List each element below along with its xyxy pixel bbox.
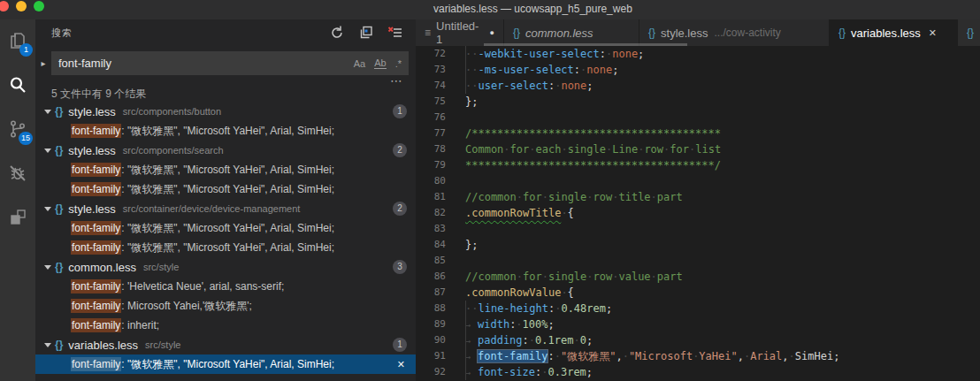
token-punct: ; [612, 64, 618, 76]
result-count-badge: 3 [393, 260, 407, 274]
regex-toggle[interactable]: .* [395, 58, 402, 69]
twistie-expanded-icon[interactable] [44, 343, 51, 347]
toggle-search-details-button[interactable]: ⋯ [390, 76, 403, 85]
twistie-expanded-icon[interactable] [44, 265, 51, 270]
result-file-path: src/style [145, 339, 180, 350]
token-com: for [523, 271, 542, 283]
token-tab: → [465, 349, 478, 365]
tab-label: Untitled-1 [436, 19, 483, 46]
collapse-all-icon[interactable] [358, 25, 374, 41]
result-count-badge: 2 [393, 202, 407, 216]
match-case-toggle[interactable]: Aa [354, 58, 365, 69]
search-result-match-row[interactable]: font-family: "微软雅黑", "Microsoft YaHei", … [35, 218, 416, 238]
braces-file-icon: {} [55, 261, 63, 273]
tab-common.less[interactable]: {}common.less [504, 19, 639, 46]
code-line: 79**************************************… [416, 157, 980, 173]
match-highlight: font-family [71, 163, 121, 177]
token-comws: · [542, 271, 548, 283]
tab-overflow[interactable]: {} [958, 19, 980, 46]
code-line: 84}; [416, 237, 980, 253]
whole-word-toggle[interactable]: Ab [374, 57, 386, 69]
search-input[interactable]: font-family Aa Ab .* [51, 51, 409, 75]
line-content: →font-family:·"微软雅黑",·"Microsoft·YaHei",… [465, 348, 839, 364]
dismiss-match-button[interactable]: ✕ [397, 359, 405, 370]
activity-item-debug[interactable] [0, 152, 35, 196]
token-com: row [593, 191, 613, 203]
twistie-expanded-icon[interactable] [44, 207, 51, 211]
search-result-file-row[interactable]: {}style.lesssrc/components/search2 [35, 141, 416, 160]
token-val: none [612, 48, 638, 60]
minimize-window-button[interactable] [16, 1, 27, 11]
search-result-match-row[interactable]: font-family: 'Helvetica Neue', arial, sa… [35, 277, 416, 296]
token-com: //common [465, 271, 517, 283]
token-num: 0.3rem [548, 366, 586, 378]
token-str: YaHei" [699, 350, 737, 362]
code-line: 82.commonRowTitle·{ [416, 205, 980, 221]
code-editor[interactable]: 72··-webkit-user-select:·none;73··-ms-us… [416, 46, 980, 381]
token-sel: .commonRowValue [465, 286, 561, 299]
token-com: row [593, 271, 613, 283]
activity-item-source-control[interactable]: 15 [0, 108, 35, 152]
search-result-match-row[interactable]: font-family: inherit; [35, 316, 416, 335]
tab-label: style.less [661, 27, 708, 40]
line-number: 75 [416, 94, 446, 110]
close-window-button[interactable] [0, 1, 9, 11]
match-text: : "微软雅黑", "Microsoft YaHei", Arial, SimH… [121, 357, 334, 372]
zoom-window-button[interactable] [34, 1, 44, 11]
activity-item-explorer[interactable]: 1 [0, 19, 35, 64]
tab-Untitled-1[interactable]: ≡Untitled-1● [416, 19, 504, 46]
token-prop: font-size [478, 366, 535, 378]
search-result-file-row[interactable]: {}common.lesssrc/style3 [35, 257, 416, 277]
token-num: 100% [523, 318, 548, 331]
code-line: 91→font-family:·"微软雅黑",·"Microsoft·YaHei… [416, 348, 980, 364]
search-result-file-row[interactable]: {}style.lesssrc/components/button1 [35, 102, 416, 121]
line-content: ··user-select:·none; [465, 78, 593, 94]
token-brace: { [568, 207, 574, 219]
expand-replace-chevron-icon[interactable]: ▸ [35, 58, 51, 68]
search-result-match-row[interactable]: font-family: "微软雅黑", "Microsoft YaHei", … [35, 238, 416, 257]
extensions-icon [7, 207, 28, 231]
token-com: Line [612, 143, 638, 156]
token-ws: · [623, 350, 629, 362]
token-ws: ·· [465, 80, 478, 92]
search-result-match-row[interactable]: font-family: "微软雅黑", "Microsoft YaHei", … [35, 179, 416, 199]
search-result-match-row[interactable]: font-family: Microsoft Yahei,'微软雅黑'; [35, 296, 416, 316]
token-prop: padding [478, 334, 523, 347]
clear-search-results-icon[interactable] [387, 25, 403, 41]
line-content: /*************************************** [465, 126, 721, 141]
token-tab: → [465, 365, 478, 381]
activity-item-extensions[interactable] [0, 196, 35, 240]
traffic-lights [0, 1, 44, 11]
result-file-path: src/container/device/device-management [123, 203, 301, 214]
token-ws: · [561, 286, 567, 299]
code-line: 89→width:·100%; [416, 316, 980, 332]
code-line: 81//common·for·single·row·title·part [416, 189, 980, 205]
dirty-indicator-icon: ● [490, 28, 494, 37]
search-result-file-row[interactable]: {}variables.lesssrc/style1 [35, 335, 416, 354]
token-prop: width [478, 318, 509, 331]
close-tab-button[interactable]: ✕ [929, 27, 937, 39]
line-number: 82 [416, 205, 446, 221]
token-propsel: font-family [478, 350, 547, 362]
line-content: .commonRowValue·{ [465, 285, 574, 301]
tab-style.less[interactable]: {}style.less.../cow-activity [639, 19, 830, 46]
tab-variables.less[interactable]: {}variables.less✕ [830, 19, 958, 46]
token-prop: -ms-user-select [478, 64, 573, 76]
search-result-match-row[interactable]: font-family: "微软雅黑", "Microsoft YaHei", … [35, 121, 416, 141]
token-val: none [561, 80, 586, 92]
search-query-text: font-family [58, 57, 345, 70]
braces-file-icon: {} [55, 105, 63, 118]
token-comws: · [586, 271, 593, 283]
refresh-icon[interactable] [329, 25, 345, 41]
activity-badge-explorer: 1 [19, 43, 33, 57]
search-sidebar: 搜索 ▸ font-family Aa Ab .* ⋯ 5 文件中有 9 个结果… [35, 19, 416, 381]
activity-item-search[interactable] [0, 64, 35, 108]
twistie-expanded-icon[interactable] [44, 149, 51, 153]
search-result-file-row[interactable]: {}style.lesssrc/container/device/device-… [35, 199, 416, 218]
twistie-expanded-icon[interactable] [44, 110, 51, 114]
result-file-name: style.less [68, 202, 115, 216]
result-file-name: style.less [68, 144, 115, 157]
search-result-match-row[interactable]: font-family: "微软雅黑", "Microsoft YaHei", … [35, 354, 416, 374]
search-result-match-row[interactable]: font-family: "微软雅黑", "Microsoft YaHei", … [35, 160, 416, 179]
token-com: for [670, 143, 689, 156]
